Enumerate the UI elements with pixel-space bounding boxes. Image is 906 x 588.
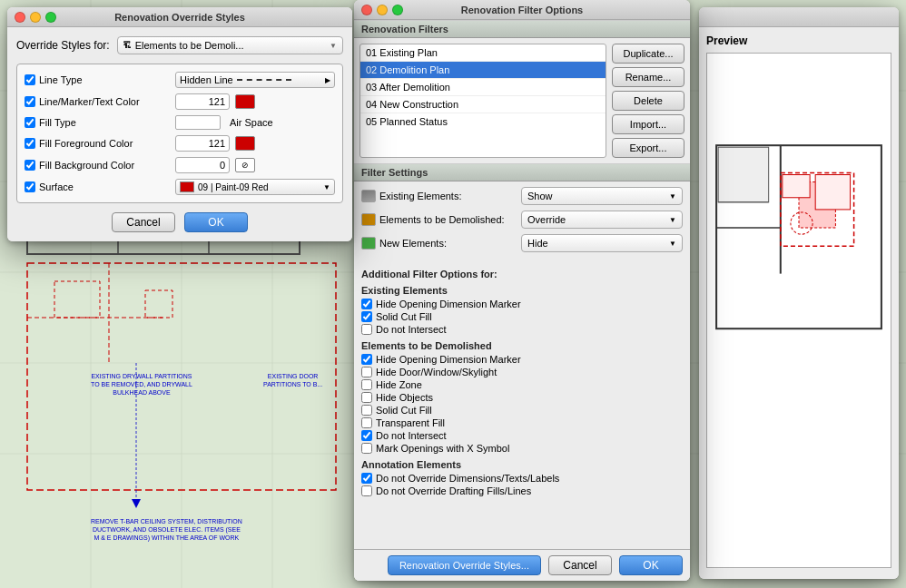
surface-text: Surface [39, 181, 74, 192]
etbd-transparent-label: Transparent Fill [376, 417, 445, 428]
line-color-checkbox[interactable] [25, 96, 35, 107]
fill-fg-label[interactable]: Fill Foreground Color [25, 138, 170, 149]
fill-type-swatch[interactable] [175, 115, 221, 130]
etbd-mark-openings: Mark Openings with X Symbol [361, 443, 683, 454]
svg-rect-25 [815, 175, 850, 210]
etbd-solid-cut: Solid Cut Fill [361, 405, 683, 416]
existing-elements-dropdown[interactable]: Show ▼ [521, 187, 683, 205]
new-value: Hide [527, 238, 548, 249]
ee-no-intersect-label: Do not Intersect [376, 324, 447, 335]
existing-elements-text: Existing Elements: [379, 191, 461, 201]
demolished-dropdown[interactable]: Override ▼ [521, 211, 683, 229]
filter-item-02[interactable]: 02 Demolition Plan [360, 62, 606, 79]
surface-checkbox[interactable] [25, 181, 35, 192]
dashed-preview [237, 79, 291, 81]
svg-rect-27 [718, 147, 769, 202]
ee-hide-opening-cb[interactable] [361, 299, 372, 309]
etbd-no-intersect-label: Do not Intersect [376, 430, 447, 441]
line-color-row: Line/Marker/Text Color 121 [25, 93, 335, 110]
ae-no-override-drafting-cb[interactable] [361, 485, 372, 496]
filter-item-04[interactable]: 04 New Construction [360, 96, 606, 113]
surface-arrow: ▼ [323, 183, 330, 191]
ee-solid-cut-cb[interactable] [361, 311, 372, 322]
surface-value: 09 | Paint-09 Red [198, 182, 269, 192]
etbd-hide-zone-cb[interactable] [361, 379, 372, 390]
fill-type-label[interactable]: Fill Type [25, 117, 170, 128]
etbd-hide-door-label: Hide Door/Window/Skylight [376, 367, 497, 377]
filter-maximize-button[interactable] [392, 5, 403, 15]
etbd-hide-objects-cb[interactable] [361, 392, 372, 403]
override-window-title: Renovation Override Styles [114, 12, 245, 23]
surface-color-swatch [180, 181, 194, 192]
ae-no-override-dims-cb[interactable] [361, 473, 372, 484]
ee-hide-opening: Hide Opening Dimension Marker [361, 299, 683, 309]
fill-bg-icon[interactable]: ⊘ [235, 158, 255, 172]
filter-ok-button[interactable]: OK [619, 555, 683, 575]
ee-no-intersect-cb[interactable] [361, 324, 372, 335]
line-type-select[interactable]: Hidden Line ▶ [175, 72, 335, 88]
demolished-elements-row: Elements to be Demolished: Override ▼ [361, 211, 683, 229]
override-ok-button[interactable]: OK [184, 212, 248, 232]
line-color-label[interactable]: Line/Marker/Text Color [25, 96, 170, 107]
preview-content: Preview [699, 27, 899, 579]
minimize-button[interactable] [30, 12, 41, 23]
filter-item-05[interactable]: 05 Planned Status [360, 113, 606, 130]
surface-label[interactable]: Surface [25, 181, 170, 192]
etbd-transparent-cb[interactable] [361, 417, 372, 428]
delete-button[interactable]: Delete [612, 91, 684, 111]
maximize-button[interactable] [45, 12, 56, 23]
demolished-value: Override [527, 214, 566, 225]
existing-elements-group-header: Existing Elements [361, 285, 683, 296]
demolished-text: Elements to be Demolished: [379, 214, 505, 225]
override-for-icon: 🏗 [123, 41, 132, 50]
filter-cancel-button[interactable]: Cancel [548, 555, 612, 575]
fill-type-row: Fill Type Air Space [25, 115, 335, 130]
line-type-label[interactable]: Line Type [25, 74, 170, 85]
override-cancel-button[interactable]: Cancel [112, 212, 175, 232]
filter-close-button[interactable] [361, 5, 372, 15]
fill-bg-value-box: 0 [175, 157, 230, 173]
ae-no-override-dims: Do not Override Dimensions/Texts/Labels [361, 473, 683, 484]
filter-minimize-button[interactable] [377, 5, 388, 15]
override-for-row: Override Styles for: 🏗 Elements to be De… [16, 36, 343, 54]
filter-bottom-buttons: Renovation Override Styles... Cancel OK [354, 549, 690, 581]
close-button[interactable] [15, 12, 25, 23]
fill-fg-checkbox[interactable] [25, 138, 35, 149]
fill-type-checkbox[interactable] [25, 117, 35, 128]
fill-fg-text: Fill Foreground Color [39, 138, 133, 149]
etbd-hide-door-cb[interactable] [361, 367, 372, 377]
etbd-hide-zone-label: Hide Zone [376, 379, 422, 390]
export-button[interactable]: Export... [612, 138, 684, 158]
preview-canvas [706, 53, 891, 568]
ee-solid-cut-label: Solid Cut Fill [376, 311, 432, 322]
fill-bg-number: 0 [220, 160, 225, 171]
override-for-arrow: ▼ [330, 42, 337, 50]
import-button[interactable]: Import... [612, 114, 684, 134]
line-type-text: Line Type [39, 74, 83, 85]
fill-fg-value-box: 121 [175, 135, 230, 152]
fill-bg-checkbox[interactable] [25, 160, 35, 171]
etbd-mark-openings-cb[interactable] [361, 443, 372, 454]
etbd-no-intersect-cb[interactable] [361, 430, 372, 441]
etbd-hide-zone: Hide Zone [361, 379, 683, 390]
filter-item-03[interactable]: 03 After Demolition [360, 79, 606, 96]
etbd-solid-cut-cb[interactable] [361, 405, 372, 416]
rename-button[interactable]: Rename... [612, 67, 684, 87]
preview-titlebar [699, 7, 899, 27]
renovation-override-styles-button[interactable]: Renovation Override Styles... [388, 555, 541, 575]
new-elements-row: New Elements: Hide ▼ [361, 234, 683, 252]
override-for-select[interactable]: 🏗 Elements to be Demoli... ▼ [117, 36, 343, 54]
surface-select[interactable]: 09 | Paint-09 Red ▼ [175, 179, 335, 195]
line-color-swatch[interactable] [235, 94, 255, 109]
filter-list: 01 Existing Plan 02 Demolition Plan 03 A… [359, 44, 606, 158]
etbd-hide-opening-label: Hide Opening Dimension Marker [376, 354, 521, 365]
line-type-checkbox[interactable] [25, 74, 35, 85]
override-content: Override Styles for: 🏗 Elements to be De… [7, 27, 352, 241]
duplicate-button[interactable]: Duplicate... [612, 44, 684, 64]
fill-bg-label[interactable]: Fill Background Color [25, 160, 170, 171]
fill-fg-swatch[interactable] [235, 136, 255, 151]
filter-item-01[interactable]: 01 Existing Plan [360, 44, 606, 62]
new-elements-dropdown[interactable]: Hide ▼ [521, 234, 683, 252]
demolished-icon [361, 213, 376, 226]
etbd-hide-opening-cb[interactable] [361, 354, 372, 365]
